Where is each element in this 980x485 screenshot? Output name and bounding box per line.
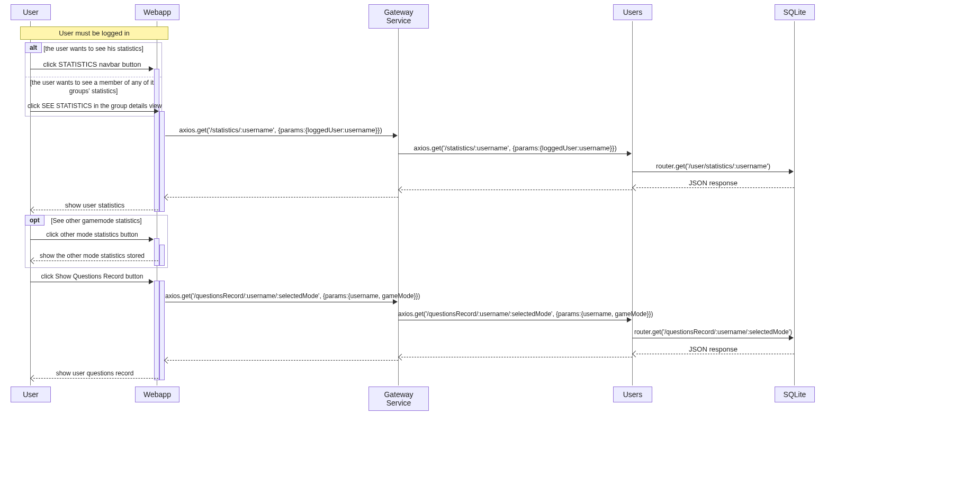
arrow-m4 bbox=[398, 154, 628, 154]
msg-m1: click STATISTICS navbar button bbox=[30, 60, 154, 68]
msg-m11: axios.get('/questionsRecord/:username/:s… bbox=[165, 292, 396, 300]
lifeline-gateway bbox=[398, 21, 399, 385]
arrow-m6b bbox=[401, 190, 632, 191]
arrow-m11 bbox=[165, 302, 394, 302]
arrow-m6 bbox=[636, 187, 794, 188]
arrowhead-m1 bbox=[149, 66, 154, 71]
arrowhead-m5 bbox=[789, 169, 794, 174]
msg-m4: axios.get('/statistics/:username', {para… bbox=[398, 144, 632, 152]
arrowhead-m3 bbox=[393, 133, 398, 138]
arrowhead-m2 bbox=[154, 109, 159, 114]
fragment-opt-guard: [See other gamemode statistics] bbox=[25, 217, 167, 224]
arrow-m9 bbox=[33, 261, 158, 262]
fragment-opt: opt [See other gamemode statistics] bbox=[25, 215, 168, 268]
arrow-m15 bbox=[33, 378, 158, 379]
activation-webapp-1 bbox=[154, 69, 159, 212]
actor-gateway-bottom: Gateway Service bbox=[368, 387, 429, 411]
fragment-alt-divider bbox=[25, 77, 161, 77]
fragment-alt-guard1: [the user wants to see his statistics] bbox=[25, 45, 161, 52]
msg-m7: show user statistics bbox=[30, 201, 159, 209]
arrowhead-m6b bbox=[398, 186, 405, 193]
arrowhead-m14c bbox=[164, 357, 171, 364]
actor-webapp-bottom: Webapp bbox=[135, 387, 179, 402]
arrowhead-m10 bbox=[149, 279, 154, 284]
msg-m3: axios.get('/statistics/:username', {para… bbox=[165, 126, 396, 134]
msg-m15: show user questions record bbox=[30, 370, 159, 377]
msg-m5: router.get('/user/statistics/:username') bbox=[632, 162, 794, 170]
arrow-m7 bbox=[33, 210, 158, 211]
arrowhead-m14b bbox=[398, 354, 405, 361]
activation-webapp-2 bbox=[154, 281, 159, 380]
actor-user-top: User bbox=[11, 4, 51, 20]
arrowhead-m11 bbox=[393, 299, 398, 304]
actor-users-bottom: Users bbox=[613, 387, 652, 402]
msg-m2: click SEE STATISTICS in the group detail… bbox=[28, 102, 158, 110]
note-login: User must be logged in bbox=[20, 26, 168, 40]
msg-m13: router.get('/questionsRecord/:username/:… bbox=[632, 328, 794, 336]
arrow-m14b bbox=[401, 357, 632, 358]
arrow-m1 bbox=[30, 69, 153, 69]
msg-m14: JSON response bbox=[632, 345, 794, 353]
arrow-m14 bbox=[636, 354, 794, 355]
arrowhead-m8 bbox=[149, 237, 154, 242]
actor-webapp-top: Webapp bbox=[135, 4, 179, 20]
msg-m8: click other mode statistics button bbox=[30, 231, 154, 238]
arrow-m8 bbox=[30, 239, 153, 240]
arrow-m6c bbox=[167, 197, 398, 198]
msg-m12: axios.get('/questionsRecord/:username/:s… bbox=[398, 310, 632, 318]
activation-webapp-2b bbox=[159, 281, 165, 380]
msg-m10: click Show Questions Record button bbox=[30, 273, 154, 280]
actor-users-top: Users bbox=[613, 4, 652, 20]
arrowhead-m13 bbox=[789, 335, 794, 340]
arrow-m13 bbox=[632, 338, 790, 338]
arrowhead-m12 bbox=[627, 317, 632, 322]
msg-m9: show the other mode statistics stored bbox=[30, 252, 154, 259]
arrowhead-m6c bbox=[164, 194, 171, 201]
arrow-m10 bbox=[30, 282, 153, 282]
arrow-m3 bbox=[165, 136, 394, 136]
actor-user-bottom: User bbox=[11, 387, 51, 402]
arrow-m12 bbox=[398, 320, 628, 320]
msg-m6: JSON response bbox=[632, 179, 794, 187]
arrow-m14c bbox=[167, 360, 398, 361]
arrow-m2 bbox=[30, 111, 158, 112]
fragment-alt-guard2: [the user wants to see a member of any o… bbox=[25, 79, 161, 95]
arrow-m5 bbox=[632, 172, 790, 172]
actor-gateway-top: Gateway Service bbox=[368, 4, 429, 29]
lifeline-sqlite bbox=[794, 21, 795, 385]
sequence-diagram: User Webapp Gateway Service Users SQLite… bbox=[0, 0, 980, 485]
actor-sqlite-bottom: SQLite bbox=[775, 387, 815, 402]
arrowhead-m4 bbox=[627, 151, 632, 156]
actor-sqlite-top: SQLite bbox=[775, 4, 815, 20]
